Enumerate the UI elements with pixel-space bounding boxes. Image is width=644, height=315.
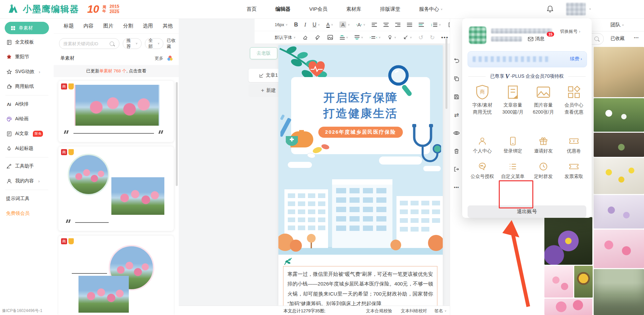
underline-button[interactable]: U∨: [313, 22, 320, 28]
snowdrops-photo[interactable]: [594, 98, 644, 132]
letter-spacing-button[interactable]: ‹A›∨: [356, 22, 365, 27]
material-card-circle-template[interactable]: 商: [58, 146, 174, 231]
materials-scrollbar[interactable]: [176, 82, 178, 186]
tab-content[interactable]: 内容: [84, 23, 94, 29]
filter-recommend-select[interactable]: 推荐∨: [123, 38, 142, 49]
resize-icon[interactable]: ∨: [403, 35, 412, 40]
pink-blossom-photo[interactable]: [544, 266, 573, 298]
yellow-jasmine-photo[interactable]: [594, 158, 644, 194]
action-official-account-auth[interactable]: 公众号授权: [467, 162, 498, 180]
action-personal-center[interactable]: 个人中心: [467, 136, 498, 154]
sidebar-item-chongyang[interactable]: 重阳节: [0, 50, 54, 64]
sidebar-item-free-membership[interactable]: 免费领会员: [0, 206, 54, 221]
benefit-commercial-use[interactable]: 商 字体/素材商用无忧: [467, 85, 498, 116]
sidebar-item-single-material[interactable]: 单素材: [5, 22, 49, 34]
undo-icon[interactable]: ↺: [418, 34, 423, 41]
search-icon[interactable]: [110, 42, 114, 46]
font-family-select[interactable]: 默认字体∨: [275, 35, 296, 41]
garden-arch-photo[interactable]: [594, 269, 644, 315]
benefit-member-center[interactable]: 会员中心查看优惠: [558, 85, 589, 116]
sidebar-item-full-template[interactable]: 全文模板: [0, 35, 54, 50]
legacy-version-button[interactable]: 去老版: [250, 47, 277, 59]
nav-vip[interactable]: VIP会员: [309, 6, 327, 12]
font-color-button[interactable]: A∨: [326, 22, 333, 28]
poster-paragraph[interactable]: 寒露一过，微信里开始被“暖气费”刷屏，可还有一笔更该被优先安排的小钱——2026…: [287, 269, 433, 306]
align-center-icon[interactable]: [383, 23, 389, 27]
canvas-scrollbar[interactable]: [445, 39, 447, 109]
document-canvas[interactable]: 开启医疗保障 打造健康生活 2026年度城乡居民医疗保险: [278, 45, 443, 307]
sidebar-item-svg-effects[interactable]: SVG动效 ›: [0, 64, 54, 79]
user-avatar[interactable]: [469, 26, 486, 44]
highlight-color-button[interactable]: A∨: [339, 21, 350, 28]
sidebar-item-commercial-stickers[interactable]: 商用贴纸: [0, 79, 54, 94]
align-right-icon[interactable]: [395, 23, 400, 27]
preview-eye-icon[interactable]: [452, 129, 461, 137]
theme-bulb-icon[interactable]: ∨: [387, 35, 396, 40]
align-left-icon[interactable]: [372, 23, 377, 27]
update-notice-bar[interactable]: 已更新 单素材 768 个 , 点击查看: [54, 65, 179, 77]
revert-icon[interactable]: [452, 56, 461, 64]
sidebar-item-ai-article[interactable]: Ai文章 限免: [0, 126, 54, 141]
proofread-link[interactable]: 文本纠错校对: [401, 308, 427, 314]
bold-button[interactable]: B: [294, 22, 298, 28]
tab-team[interactable]: 团队∨: [610, 22, 624, 28]
redo-icon[interactable]: ↻: [430, 34, 435, 41]
messages-link[interactable]: 消息: [528, 36, 544, 42]
cherry-blossom-photo[interactable]: [594, 230, 644, 268]
more-link[interactable]: 更多: [155, 55, 163, 61]
indent-icon[interactable]: [419, 23, 424, 27]
lilac-branch-photo[interactable]: [594, 195, 644, 229]
favorited-filter[interactable]: 已收藏: [167, 38, 179, 50]
pink-flowers-photo[interactable]: [544, 299, 592, 315]
nav-material-library[interactable]: 素材库: [346, 6, 361, 12]
material-card-border-template[interactable]: 商: [58, 81, 174, 142]
sunflower-photo[interactable]: [574, 266, 593, 298]
action-invite-friends[interactable]: 邀请好友: [528, 136, 559, 154]
action-invoice-request[interactable]: 发票索取: [558, 162, 589, 180]
membership-bar[interactable]: 续费›: [468, 51, 587, 67]
italic-button[interactable]: I: [304, 22, 306, 28]
space-below-icon[interactable]: ∨: [355, 35, 363, 40]
delete-trash-icon[interactable]: [452, 147, 461, 155]
nav-home[interactable]: 首页: [247, 6, 257, 12]
notification-bell-icon[interactable]: [546, 5, 554, 14]
action-login-binding[interactable]: 登录绑定: [497, 136, 528, 154]
more-rail-icon[interactable]: •••: [452, 183, 461, 191]
search-icon[interactable]: [594, 37, 599, 41]
transfer-icon[interactable]: ⇄: [452, 111, 461, 119]
copy-icon[interactable]: [452, 75, 461, 83]
material-search-input[interactable]: [63, 41, 108, 47]
sidebar-item-my-content[interactable]: 我的内容 ›: [0, 174, 54, 188]
sidebar-item-prompt-tools[interactable]: 提示词工具: [0, 191, 54, 206]
nav-layout-class[interactable]: 排版课堂: [380, 6, 400, 12]
tab-image[interactable]: 图片: [103, 23, 113, 29]
action-coupons[interactable]: ¥ 优惠卷: [558, 136, 589, 154]
benefit-image-quota[interactable]: 图片容量6200张/月: [528, 85, 559, 116]
library-favorited-link[interactable]: 已收藏: [610, 36, 625, 42]
compliance-check-link[interactable]: 文本合规校验: [366, 308, 392, 314]
material-card-circle-template-2[interactable]: 商: [58, 236, 174, 315]
sprout-photo[interactable]: [594, 133, 644, 157]
action-custom-menu[interactable]: 自定义菜单: [497, 162, 528, 180]
align-justify-icon[interactable]: [407, 23, 412, 27]
line-height-button[interactable]: ↕∨: [430, 22, 441, 27]
autumn-grass-photo[interactable]: [594, 47, 644, 97]
header-avatar[interactable]: ∨: [566, 3, 591, 15]
benefit-article-quota[interactable]: 文章容量3000篇/月: [497, 85, 528, 116]
sidebar-item-tool-assistant[interactable]: 工具助手: [0, 159, 54, 174]
action-scheduled-posting[interactable]: 定时群发: [528, 162, 559, 180]
format-brush-icon[interactable]: [315, 35, 321, 41]
tab-title[interactable]: 标题: [64, 23, 74, 29]
sidebar-item-ai-title[interactable]: Ai起标题: [0, 141, 54, 156]
library-more-icon[interactable]: •••: [634, 36, 639, 40]
insert-image-icon[interactable]: [327, 34, 333, 41]
sidebar-item-ai-quick-layout[interactable]: Λi Ai快排: [0, 97, 54, 112]
tab-other[interactable]: 其他: [163, 23, 173, 29]
primrose-flower-photo[interactable]: [544, 217, 592, 265]
nav-service-center[interactable]: 服务中心∨: [419, 6, 443, 12]
save-icon[interactable]: [452, 93, 461, 101]
font-size-select[interactable]: 16px∨: [275, 22, 288, 27]
margin-icon[interactable]: ›‹∨: [370, 36, 381, 39]
eraser-icon[interactable]: [302, 35, 308, 41]
color-circles-icon[interactable]: [167, 55, 173, 62]
